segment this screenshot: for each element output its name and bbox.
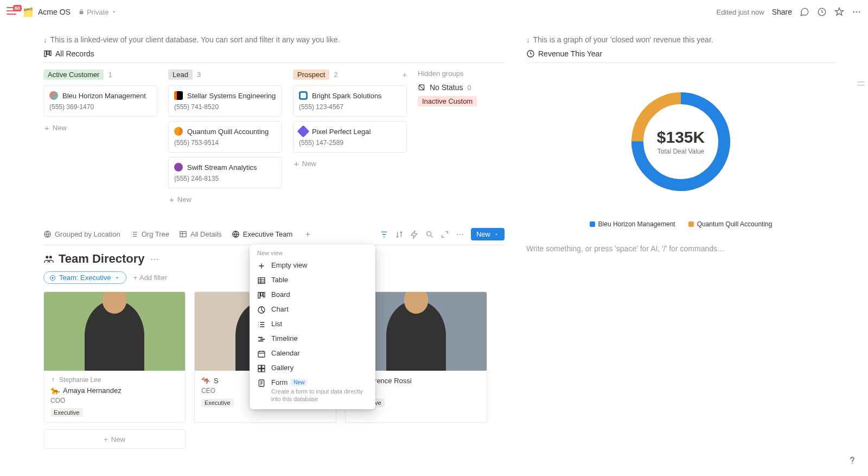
view-tab-all-records[interactable]: All Records bbox=[43, 49, 94, 58]
svg-rect-26 bbox=[262, 365, 265, 368]
gallery-icon bbox=[257, 364, 266, 373]
help-button[interactable] bbox=[844, 452, 860, 468]
clock-icon bbox=[526, 49, 535, 58]
sort-icon[interactable] bbox=[395, 230, 404, 239]
new-card-button[interactable]: +New bbox=[168, 193, 282, 206]
revenue-view-tab[interactable]: Revenue This Year bbox=[526, 49, 835, 63]
dropdown-header: New view bbox=[250, 247, 375, 258]
dropdown-item-table[interactable]: Table bbox=[250, 273, 375, 288]
company-icon bbox=[174, 91, 183, 100]
page-title[interactable]: Acme OS bbox=[38, 8, 71, 16]
chart-total-label: Total Deal Value bbox=[658, 148, 705, 155]
svg-point-3 bbox=[859, 11, 860, 13]
chart-total-value: $135K bbox=[657, 128, 705, 147]
tab-executive-team[interactable]: Executive Team bbox=[232, 230, 293, 238]
filter-icon[interactable] bbox=[380, 230, 388, 239]
table-icon bbox=[257, 276, 266, 285]
comments-icon[interactable] bbox=[800, 7, 809, 17]
chevron-down-icon bbox=[111, 9, 117, 15]
person-emoji: 🦘 bbox=[201, 376, 210, 385]
bolt-icon[interactable] bbox=[410, 230, 419, 239]
svg-rect-4 bbox=[44, 51, 46, 57]
add-filter-button[interactable]: +Add filter bbox=[133, 274, 167, 282]
people-icon bbox=[43, 253, 54, 264]
dropdown-item-calendar[interactable]: Calendar bbox=[250, 346, 375, 361]
hidden-inactive[interactable]: Inactive Custom bbox=[418, 96, 488, 106]
new-button[interactable]: New bbox=[471, 228, 505, 240]
new-card-button[interactable]: +New bbox=[293, 157, 407, 170]
revenue-note: ↓ This is a graph of your 'closed won' r… bbox=[526, 35, 835, 44]
client-db-note: ↓ This is a linked-view of your client d… bbox=[43, 35, 505, 44]
add-view-button[interactable]: + bbox=[302, 229, 313, 240]
company-icon bbox=[299, 91, 308, 100]
arrow-down-icon: ↓ bbox=[526, 36, 530, 44]
star-icon[interactable] bbox=[834, 7, 844, 17]
svg-rect-27 bbox=[258, 369, 261, 372]
search-icon[interactable] bbox=[425, 230, 434, 239]
filter-pill-team[interactable]: Team: Executive bbox=[43, 271, 126, 284]
dropdown-item-gallery[interactable]: Gallery bbox=[250, 361, 375, 376]
client-view-tabs: All Records bbox=[43, 49, 505, 63]
arrow-down-icon: ↓ bbox=[43, 36, 47, 44]
col-head: Active Customer 1 bbox=[43, 69, 157, 80]
person-tag: Executive bbox=[50, 408, 83, 417]
share-button[interactable]: Share bbox=[772, 8, 792, 16]
status-tag[interactable]: Active Customer bbox=[43, 69, 104, 80]
tab-grouped-location[interactable]: Grouped by Location bbox=[43, 230, 120, 238]
svg-point-1 bbox=[853, 11, 854, 13]
dropdown-item-list[interactable]: List bbox=[250, 317, 375, 332]
hidden-groups-label: Hidden groups bbox=[418, 69, 488, 78]
status-tag[interactable]: Prospect bbox=[293, 69, 329, 80]
dropdown-item-timeline[interactable]: Timeline bbox=[250, 332, 375, 346]
svg-rect-25 bbox=[258, 365, 261, 368]
legend-item[interactable]: Quantum Quill Accounting bbox=[688, 220, 773, 228]
person-tag: Executive bbox=[201, 398, 234, 407]
new-badge: New bbox=[291, 379, 307, 386]
dropdown-item-form[interactable]: FormNewCreate a form to input data direc… bbox=[250, 376, 375, 406]
dropdown-item-chart[interactable]: Chart bbox=[250, 302, 375, 317]
client-card[interactable]: Quantum Quill Accounting(555) 753-9514 bbox=[168, 121, 282, 153]
company-icon bbox=[174, 163, 183, 172]
editor-input[interactable]: Write something, or press 'space' for AI… bbox=[526, 244, 835, 253]
expand-icon[interactable] bbox=[441, 230, 449, 239]
no-status-icon bbox=[418, 84, 425, 91]
team-card[interactable]: Stephanie Lee 🐆Amaya Hernandez COO Execu… bbox=[43, 291, 186, 423]
card-phone: (555) 369-1470 bbox=[49, 103, 151, 111]
reports-to: Stephanie Lee bbox=[50, 376, 178, 384]
new-gallery-card-button[interactable]: +New bbox=[43, 429, 186, 449]
add-column-button[interactable]: + bbox=[403, 71, 407, 79]
status-tag[interactable]: Lead bbox=[168, 69, 193, 80]
history-icon[interactable] bbox=[817, 7, 827, 17]
more-icon[interactable] bbox=[456, 230, 464, 239]
client-card[interactable]: Bleu Horizon Management (555) 369-1470 bbox=[43, 85, 157, 117]
page-minimap[interactable] bbox=[857, 81, 865, 86]
more-icon[interactable] bbox=[852, 7, 861, 17]
tab-org-tree[interactable]: Org Tree bbox=[130, 230, 169, 238]
tab-all-details[interactable]: All Details bbox=[179, 230, 222, 238]
legend-item[interactable]: Bleu Horizon Management bbox=[590, 220, 675, 228]
sidebar-toggle[interactable]: 60 bbox=[7, 7, 18, 17]
team-section: Grouped by Location Org Tree All Details… bbox=[43, 228, 505, 449]
client-card[interactable]: Swift Stream Analytics(555) 246-8135 bbox=[168, 157, 282, 188]
more-icon[interactable]: ⋯ bbox=[150, 254, 159, 264]
new-card-button[interactable]: +New bbox=[43, 121, 157, 135]
svg-point-11 bbox=[427, 231, 431, 236]
client-card[interactable]: Stellar Systems Engineering(555) 741-852… bbox=[168, 85, 282, 117]
timeline-icon bbox=[257, 335, 266, 344]
svg-rect-28 bbox=[262, 369, 265, 372]
team-title[interactable]: Team Directory bbox=[43, 252, 145, 266]
legend-swatch bbox=[688, 221, 694, 227]
dropdown-item-board[interactable]: Board bbox=[250, 288, 375, 302]
list-icon bbox=[257, 320, 266, 329]
svg-rect-19 bbox=[258, 278, 265, 284]
svg-rect-21 bbox=[261, 293, 263, 296]
client-board: Active Customer 1 Bleu Horizon Managemen… bbox=[43, 69, 505, 206]
client-card[interactable]: Pixel Perfect Legal(555) 147-2589 bbox=[293, 121, 407, 153]
privacy-toggle[interactable]: Private bbox=[78, 8, 117, 16]
svg-point-14 bbox=[462, 234, 463, 235]
client-card[interactable]: Bright Spark Solutions(555) 123-4567 bbox=[293, 85, 407, 117]
plus-icon bbox=[257, 262, 266, 270]
dropdown-item-empty-view[interactable]: Empty view bbox=[250, 258, 375, 273]
hidden-no-status[interactable]: No Status 0 bbox=[418, 83, 488, 92]
board-col-active: Active Customer 1 Bleu Horizon Managemen… bbox=[43, 69, 157, 206]
